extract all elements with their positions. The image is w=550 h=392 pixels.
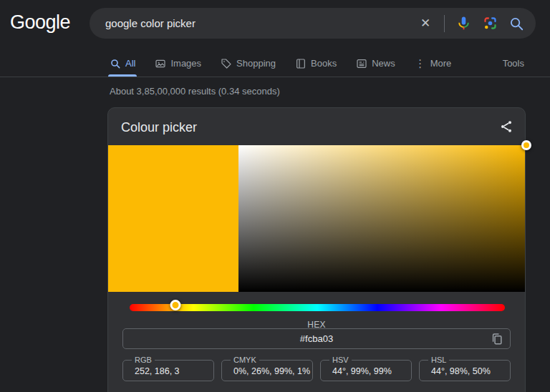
copy-icon[interactable] <box>490 332 504 346</box>
colour-picker-card: Colour picker HEX #fcba03 <box>107 107 526 392</box>
color-value-fields: RGB 252, 186, 3 CMYK 0%, 26%, 99%, 1% HS… <box>122 360 511 381</box>
search-input[interactable] <box>105 17 418 29</box>
cmyk-field[interactable]: CMYK 0%, 26%, 99%, 1% <box>221 360 313 381</box>
card-title: Colour picker <box>121 120 197 135</box>
search-bar-icons: ✕ <box>418 15 524 32</box>
color-preview-swatch <box>108 145 238 292</box>
tab-news-label: News <box>372 58 395 69</box>
cmyk-label: CMYK <box>231 356 259 365</box>
tab-news[interactable]: News <box>356 50 395 77</box>
tab-all-label: All <box>125 58 135 69</box>
search-bar-divider <box>444 15 445 32</box>
cmyk-value: 0%, 26%, 99%, 1% <box>233 366 310 376</box>
books-icon <box>295 58 307 69</box>
share-icon[interactable] <box>499 119 513 134</box>
news-icon <box>356 58 367 69</box>
hsl-field[interactable]: HSL 44°, 98%, 50% <box>419 360 511 381</box>
saturation-gradient[interactable] <box>238 145 525 292</box>
hsl-value: 44°, 98%, 50% <box>431 366 491 376</box>
tools-button[interactable]: Tools <box>503 58 550 69</box>
hex-value: #fcba03 <box>300 333 333 344</box>
google-search-page: Google ✕ <box>0 0 550 392</box>
tab-images-label: Images <box>170 58 201 69</box>
tab-books-label: Books <box>311 58 337 69</box>
hue-slider[interactable] <box>130 304 505 311</box>
lens-camera-icon[interactable] <box>482 16 498 31</box>
hsv-value: 44°, 99%, 99% <box>332 366 392 376</box>
hsv-label: HSV <box>329 356 352 365</box>
shopping-tag-icon <box>221 58 232 69</box>
tab-more[interactable]: ⋮ More <box>415 50 452 77</box>
search-icon[interactable] <box>508 16 524 31</box>
rgb-value: 252, 186, 3 <box>135 366 180 376</box>
more-ellipsis-icon: ⋮ <box>415 58 426 69</box>
picker-area <box>108 145 525 292</box>
rgb-field[interactable]: RGB 252, 186, 3 <box>122 360 214 381</box>
tab-images[interactable]: Images <box>155 50 201 77</box>
google-logo[interactable]: Google <box>10 11 70 34</box>
tab-shopping-label: Shopping <box>236 58 276 69</box>
hsl-label: HSL <box>428 356 449 365</box>
tab-all[interactable]: All <box>110 50 135 77</box>
tab-shopping[interactable]: Shopping <box>221 50 276 77</box>
clear-icon[interactable]: ✕ <box>418 16 433 31</box>
search-bar[interactable]: ✕ <box>90 8 536 39</box>
hex-input[interactable]: #fcba03 <box>122 328 511 349</box>
all-search-icon <box>110 58 121 69</box>
hsv-field[interactable]: HSV 44°, 99%, 99% <box>320 360 412 381</box>
result-tabs: All Images Shopping Books <box>0 50 550 77</box>
tab-more-label: More <box>430 58 452 69</box>
results-stats: About 3,85,00,000 results (0.34 seconds) <box>110 86 280 97</box>
mic-icon[interactable] <box>455 16 471 31</box>
images-icon <box>155 58 166 69</box>
rgb-label: RGB <box>132 356 155 365</box>
tab-books[interactable]: Books <box>295 50 337 77</box>
saturation-handle[interactable] <box>521 140 531 150</box>
hue-handle[interactable] <box>170 300 180 310</box>
